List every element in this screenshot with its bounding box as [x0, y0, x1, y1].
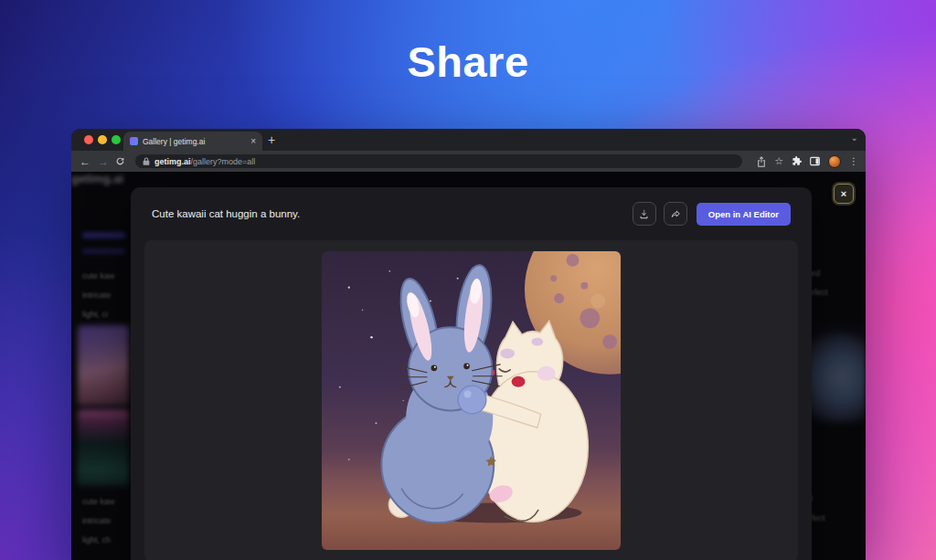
- address-bar[interactable]: getimg.ai/gallery?mode=all: [135, 154, 742, 168]
- close-window-button[interactable]: [84, 135, 93, 144]
- page-content: getimg.ai cute kaw intricate light, ci c…: [71, 172, 866, 560]
- share-image-button[interactable]: [664, 202, 687, 226]
- reload-button[interactable]: [115, 156, 128, 166]
- share-arrow-icon: [670, 209, 681, 219]
- minimize-window-button[interactable]: [98, 135, 107, 144]
- getimg-favicon-icon: [130, 137, 138, 145]
- tab-gallery[interactable]: Gallery | getimg.ai ×: [123, 132, 262, 151]
- tab-search-chevron-icon[interactable]: ⌄: [851, 132, 858, 143]
- zoom-window-button[interactable]: [112, 135, 121, 144]
- url-domain: getimg.ai: [154, 157, 191, 166]
- browser-menu-icon[interactable]: ⋮: [849, 156, 858, 166]
- side-panel-icon[interactable]: [810, 156, 820, 166]
- browser-toolbar: ← → getimg.ai/gallery?mode=all ☆ ⋮: [71, 151, 866, 172]
- open-in-ai-editor-button[interactable]: Open in AI Editor: [697, 203, 791, 226]
- modal-close-button[interactable]: ×: [834, 184, 854, 204]
- url-path: /gallery?mode=all: [190, 157, 255, 166]
- tab-close-icon[interactable]: ×: [250, 137, 256, 146]
- browser-window: Gallery | getimg.ai × + ⌄ ← → getimg.ai/…: [71, 129, 866, 560]
- new-tab-button[interactable]: +: [268, 132, 275, 147]
- image-display-panel: [144, 240, 798, 560]
- download-button[interactable]: [633, 202, 656, 226]
- profile-avatar[interactable]: [828, 155, 841, 168]
- tab-bar: Gallery | getimg.ai × + ⌄: [71, 129, 866, 151]
- forward-button[interactable]: →: [97, 156, 110, 167]
- extensions-puzzle-icon[interactable]: [792, 156, 802, 166]
- back-button[interactable]: ←: [79, 156, 91, 167]
- image-detail-modal: Cute kawaii cat huggin a bunny. Open in …: [131, 187, 812, 560]
- bookmark-star-icon[interactable]: ☆: [774, 155, 783, 167]
- image-prompt-text: Cute kawaii cat huggin a bunny.: [152, 208, 625, 219]
- share-page-icon[interactable]: [757, 156, 766, 167]
- url-text: getimg.ai/gallery?mode=all: [154, 157, 255, 166]
- hero-title: Share: [0, 37, 936, 87]
- lock-icon: [143, 157, 150, 165]
- download-icon: [639, 209, 649, 219]
- tab-title: Gallery | getimg.ai: [143, 137, 246, 146]
- generated-image: [322, 251, 621, 550]
